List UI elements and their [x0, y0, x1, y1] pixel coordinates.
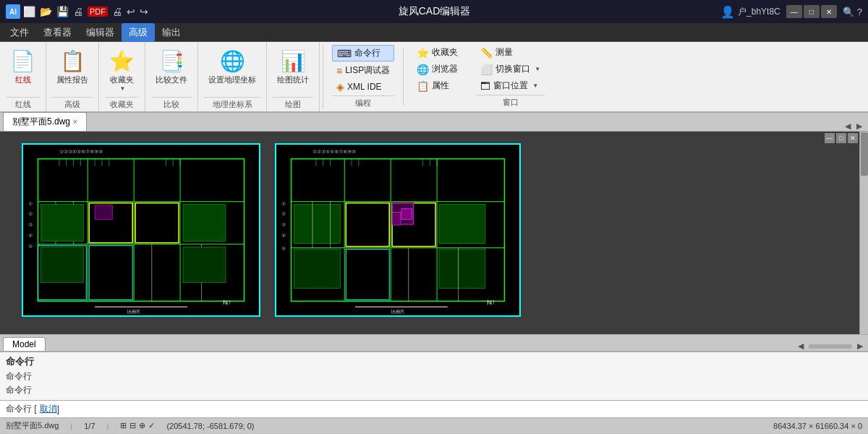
xml-ide-button[interactable]: ◈ XML IDE [332, 80, 394, 94]
app-icon-label: AI [9, 8, 17, 16]
compare-group-label: 比较 [151, 97, 192, 110]
status-coordinates: (20541.78; -6581.679; 0) [166, 422, 254, 430]
model-tab-scroll: ◀ ▶ [796, 341, 865, 351]
svg-rect-20 [95, 205, 113, 220]
geo-icon: 🌐 [220, 49, 245, 73]
pdf-icon[interactable]: PDF [88, 7, 108, 17]
redo-icon[interactable]: ↪ [140, 6, 148, 17]
save-icon[interactable]: 💾 [56, 6, 69, 17]
svg-rect-18 [183, 247, 226, 283]
panel-controls: — □ ✕ [825, 133, 858, 143]
snap-icon-3: ⊕ [139, 421, 145, 430]
favorites-button[interactable]: ⭐ 收藏夹 ▼ [105, 46, 139, 95]
search-icon[interactable]: 🔍 [843, 7, 854, 17]
model-tab-label: Model [12, 339, 36, 349]
menubar: 文件 查看器 编辑器 高级 输出 [0, 23, 868, 42]
model-scroll-left[interactable]: ◀ [796, 341, 806, 351]
ribbon-group-favorites: ⭐ 收藏夹 ▼ 收藏夹 [99, 42, 145, 111]
compare-label: 比较文件 [156, 75, 187, 85]
svg-rect-51 [392, 212, 401, 225]
canvas-area[interactable]: — □ ✕ ①②③④⑤⑥⑦⑧⑨⑩ [0, 132, 868, 334]
scrollbar-thumb[interactable] [861, 132, 868, 176]
browser-icon: 🌐 [417, 64, 429, 75]
cmd-cancel-link[interactable]: 取消 [40, 403, 57, 415]
panel-close-btn[interactable]: ✕ [848, 133, 858, 143]
lisp-debugger-button[interactable]: ≡ LISP调试器 [332, 63, 394, 78]
drawing-panel-right[interactable]: ①②③④⑤⑥⑦⑧⑨⑩ ① [275, 143, 521, 317]
compare-files-button[interactable]: 📑 比较文件 [151, 46, 192, 88]
ribbon-separator-1 [323, 45, 323, 109]
floor-plan-left-svg: ①②③④⑤⑥⑦⑧⑨⑩ [23, 145, 259, 315]
status-coords-text: (20541.78; -6581.679; 0) [166, 422, 254, 430]
properties-button[interactable]: 📋 属性 [412, 78, 470, 93]
quick-access-toolbar: ⬜ 📂 💾 🖨 PDF 🖨 ↩ ↪ [23, 6, 148, 17]
new-icon[interactable]: ⬜ [23, 6, 35, 17]
status-dimensions-text: 86434.37 × 61660.34 × 0 [773, 422, 862, 430]
ribbon-window-group-left: ⭐ 收藏夹 🌐 浏览器 📋 属性 [412, 45, 470, 109]
ribbon-group-redline: 📄 红线 红线 [0, 42, 46, 111]
close-button[interactable]: ✕ [821, 5, 837, 18]
tab-dwg[interactable]: 别墅平面5.dwg × [3, 112, 87, 131]
tabbar-scroll-right[interactable]: ▶ [854, 122, 865, 131]
tab-close[interactable]: × [73, 118, 77, 126]
switch-label: 切换窗口 [495, 63, 530, 75]
commandline-button[interactable]: ⌨ 命令行 [332, 45, 394, 61]
commandline-label: 命令行 [354, 47, 380, 59]
favorites-icon: ⭐ [109, 49, 135, 73]
model-tab[interactable]: Model [3, 337, 46, 351]
ribbon-group-geo: 🌐 设置地理坐标 地理坐标系 [198, 42, 267, 111]
geo-coord-button[interactable]: 🌐 设置地理坐标 [204, 46, 260, 88]
print-icon[interactable]: 🖨 [73, 6, 83, 17]
status-snap-icons: ⊞ ⊟ ⊕ ✓ [120, 421, 155, 430]
model-scroll-right[interactable]: ▶ [855, 341, 865, 351]
vertical-scrollbar[interactable] [859, 132, 868, 334]
programming-group-label: 编程 [332, 95, 394, 109]
geo-group-label: 地理坐标系 [204, 97, 260, 110]
favorites-panel-button[interactable]: ⭐ 收藏夹 [412, 45, 470, 60]
lisp-icon: ≡ [336, 65, 342, 77]
svg-rect-54 [294, 250, 340, 289]
titlebar: AI ⬜ 📂 💾 🖨 PDF 🖨 ↩ ↪ 旋风CAD编辑器 👤 户_bhYt8C… [0, 0, 868, 23]
drawing-stats-label: 绘图统计 [277, 75, 309, 85]
floor-plan-right-svg: ①②③④⑤⑥⑦⑧⑨⑩ ① [276, 145, 519, 315]
scroll-indicator [809, 344, 852, 349]
window-group-label: 窗口 [476, 95, 545, 108]
help-icon[interactable]: ? [857, 7, 862, 17]
menu-viewer[interactable]: 查看器 [36, 23, 79, 42]
menu-file[interactable]: 文件 [3, 23, 36, 42]
menu-advanced[interactable]: 高级 [122, 23, 155, 42]
panel-maximize-btn[interactable]: □ [836, 133, 846, 143]
drawing-stats-button[interactable]: 📊 绘图统计 [273, 46, 313, 88]
property-report-button[interactable]: 📋 属性报告 [52, 46, 93, 88]
open-icon[interactable]: 📂 [40, 6, 52, 17]
print2-icon[interactable]: 🖨 [112, 6, 122, 17]
advanced-group-label: 高级 [52, 97, 93, 110]
drawing-group-label: 绘图 [273, 97, 313, 110]
menu-editor[interactable]: 编辑器 [79, 23, 122, 42]
switch-window-button[interactable]: ⬜ 切换窗口 ▼ [476, 61, 545, 77]
window-position-button[interactable]: 🗔 窗口位置 ▼ [476, 78, 545, 93]
measure-button[interactable]: 📏 测量 [476, 45, 545, 60]
maximize-button[interactable]: □ [804, 5, 820, 18]
svg-text:⑤: ⑤ [28, 244, 33, 249]
browser-button[interactable]: 🌐 浏览器 [412, 61, 470, 77]
command-line-1: 命令行 [6, 370, 862, 383]
undo-icon[interactable]: ↩ [127, 6, 135, 17]
drawing-panel-left[interactable]: ①②③④⑤⑥⑦⑧⑨⑩ [22, 143, 260, 317]
tabbar: 别墅平面5.dwg × ◀ ▶ [0, 113, 868, 132]
snap-icon-4: ✓ [148, 421, 155, 430]
app-title: 旋风CAD编辑器 [399, 5, 471, 18]
favorites-label: 收藏夹 [110, 75, 134, 85]
svg-text:④: ④ [28, 233, 33, 238]
svg-text:比例尺: 比例尺 [391, 310, 404, 314]
status-right: 86434.37 × 61660.34 × 0 [773, 422, 862, 430]
fav-panel-label: 收藏夹 [432, 46, 458, 59]
snap-icon-2: ⊟ [129, 421, 136, 430]
redline-button[interactable]: 📄 红线 [6, 46, 40, 88]
panel-minimize-btn[interactable]: — [825, 133, 835, 143]
minimize-button[interactable]: — [786, 5, 802, 18]
tabbar-scroll-left[interactable]: ◀ [842, 122, 854, 131]
menu-output[interactable]: 输出 [155, 23, 188, 42]
command-input-row: 命令行 [ 取消 ] [0, 400, 868, 417]
svg-text:N↑: N↑ [487, 298, 495, 306]
